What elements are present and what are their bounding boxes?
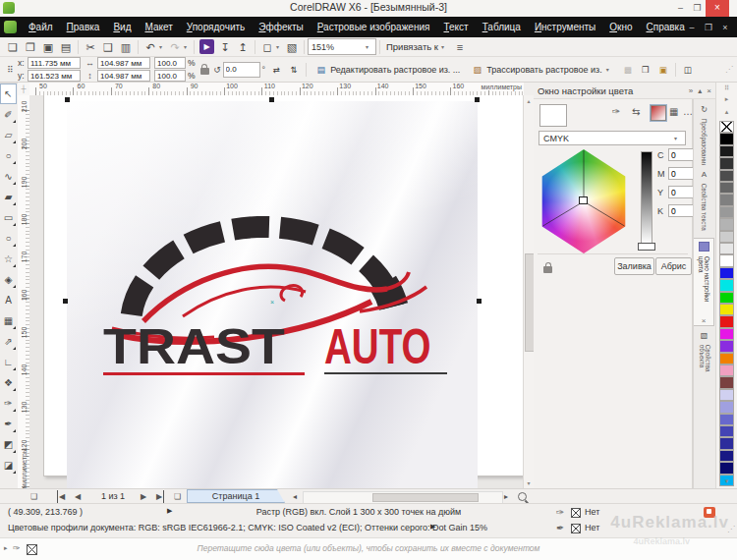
docker-close-icon[interactable]: × <box>707 86 711 95</box>
scale-x-field[interactable] <box>154 57 186 69</box>
menu-таблица[interactable]: Таблица <box>476 19 528 35</box>
selection-handle-top-center[interactable] <box>269 97 274 102</box>
next-page-icon[interactable]: ▶ <box>141 490 146 503</box>
horizontal-scroll-thumb[interactable] <box>372 493 479 502</box>
crop-tool-icon[interactable]: ▱ <box>0 125 17 145</box>
import-icon[interactable]: ↧ <box>216 38 234 56</box>
undo-dropdown-icon[interactable]: ▾ <box>159 43 166 50</box>
palette-color-000000[interactable] <box>719 133 734 144</box>
drawing-canvas[interactable]: TRAST AUTO × <box>29 95 523 488</box>
bitmap-mask-icon[interactable]: ▣ <box>654 61 672 79</box>
trace-bitmap-button[interactable]: ▨ Трассировать растровое из. ▾ <box>466 63 618 77</box>
color-model-combo[interactable]: CMYK ▾ <box>539 131 686 145</box>
docker-tab-окно-настройки-цвета[interactable]: Окно настройки цвета× <box>694 238 714 326</box>
color-marker[interactable] <box>579 196 588 204</box>
menu-текст[interactable]: Текст <box>436 19 475 35</box>
copy-icon[interactable]: ❑ <box>99 38 117 56</box>
basic-shapes-tool-icon[interactable]: ◈ <box>0 269 17 290</box>
palette-color-7a4040[interactable] <box>719 376 734 388</box>
close-button[interactable]: × <box>706 0 729 17</box>
palette-color-666666[interactable] <box>719 182 734 194</box>
resample-icon[interactable]: ▩ <box>619 61 637 79</box>
first-page-icon[interactable]: ◀ <box>57 490 65 503</box>
palette-color-4d4d4d[interactable] <box>719 170 734 182</box>
palette-handle-icon[interactable]: ⠿ <box>716 84 737 92</box>
hscroll-right-icon[interactable]: ▸ <box>504 490 508 503</box>
palette-color-00d500[interactable] <box>719 292 734 304</box>
palette-color-f08000[interactable] <box>719 353 734 364</box>
bitmap-options-icon[interactable]: ◫ <box>679 61 697 79</box>
smart-fill-tool-icon[interactable]: ▰ <box>0 187 17 207</box>
menu-правка[interactable]: Правка <box>60 19 107 35</box>
bitmap-frame-icon[interactable]: ❒ <box>637 61 654 79</box>
maximize-button[interactable]: ❐ <box>689 0 706 17</box>
object-height-field[interactable] <box>97 70 150 82</box>
outline-button[interactable]: Абрис <box>655 257 692 275</box>
palette-color-4444b4[interactable] <box>719 425 734 437</box>
welcome-screen-icon[interactable]: ▧ <box>283 38 301 56</box>
docker-tab-свойства-текста[interactable]: АСвойства текста <box>694 167 714 236</box>
selection-handle-top-right[interactable] <box>475 97 480 102</box>
fill-tool-icon[interactable]: ◩ <box>0 434 17 455</box>
corel-menu-icon[interactable] <box>4 21 17 33</box>
polygon-tool-icon[interactable]: ☆ <box>0 249 17 269</box>
rotation-angle-field[interactable] <box>223 62 260 78</box>
object-width-field[interactable] <box>97 57 150 69</box>
blend-tool-icon[interactable]: ❖ <box>0 372 17 393</box>
palette-color-1a1a1a[interactable] <box>719 145 734 157</box>
undo-icon[interactable]: ↶ <box>142 38 159 56</box>
redo-icon[interactable]: ↷ <box>166 38 184 56</box>
ellipse-tool-icon[interactable]: ○ <box>0 228 17 249</box>
zoom-magnifier-icon[interactable] <box>518 492 527 501</box>
edit-bitmap-button[interactable]: ▤ Редактировать растровое из. ... <box>310 63 466 77</box>
coords-flyout-icon[interactable]: ▶ <box>167 507 172 515</box>
palette-color-00e6e6[interactable] <box>719 279 734 291</box>
palette-scroll-up-icon[interactable]: ▴ <box>716 108 737 116</box>
open-icon[interactable]: ❐ <box>22 38 39 56</box>
fullscreen-preview-icon[interactable]: ◻ <box>258 38 276 56</box>
lightness-slider[interactable] <box>641 151 652 244</box>
outline-pen-tool-icon[interactable]: ✒ <box>0 414 17 434</box>
horizontal-ruler[interactable]: 5060708090100110120130140150160миллиметр… <box>29 83 524 96</box>
save-icon[interactable]: ▣ <box>39 38 57 56</box>
docker-more-icon[interactable]: … <box>683 106 693 117</box>
doc-minimize-button[interactable]: – <box>685 21 699 34</box>
pick-tool-icon[interactable]: ↖ <box>0 84 17 104</box>
lock-ratio-icon[interactable] <box>200 68 209 75</box>
shape-tool-icon[interactable]: ✐ <box>0 104 17 125</box>
palette-flyout-icon[interactable]: ▸ <box>716 95 737 103</box>
menu-упорядочить[interactable]: Упорядочить <box>180 19 253 35</box>
palette-color-2c2c9c[interactable] <box>719 437 734 449</box>
x-position-field[interactable] <box>28 57 81 69</box>
dimension-tool-icon[interactable]: ⇗ <box>0 331 17 352</box>
color-hexagon-picker[interactable] <box>539 149 629 253</box>
docker-tab-close-icon[interactable]: × <box>702 316 707 325</box>
palette-color-e61616[interactable] <box>719 315 734 327</box>
palette-color-8a2ce0[interactable] <box>719 340 734 352</box>
rectangle-tool-icon[interactable]: ▭ <box>0 207 17 228</box>
add-page-icon[interactable]: ❏ <box>30 490 37 503</box>
palette-color-cccccc[interactable] <box>719 231 734 243</box>
lightness-slider-handle[interactable] <box>638 243 655 251</box>
palette-color-1616e6[interactable] <box>719 267 734 279</box>
print-icon[interactable]: ▤ <box>57 38 75 56</box>
application-launcher-icon[interactable]: ▶ <box>199 39 214 54</box>
document-palette[interactable]: ▸ ✑ Перетащите сюда цвета (или объекты),… <box>0 537 737 560</box>
hscroll-left-icon[interactable]: ◂ <box>293 490 297 503</box>
toolbar-grip-icon[interactable]: ⋰ <box>725 65 733 74</box>
palette-color-e616e6[interactable] <box>719 328 734 340</box>
color-eyedropper-tool-icon[interactable]: ✑ <box>0 393 17 414</box>
palette-color-0a0a6c[interactable] <box>719 462 734 474</box>
color-viewers-icon[interactable] <box>651 105 666 121</box>
page-tab[interactable]: Страница 1 <box>187 489 285 503</box>
fullscreen-dropdown-icon[interactable]: ▾ <box>276 43 283 50</box>
freehand-tool-icon[interactable]: ∿ <box>0 166 17 187</box>
palette-scroll-down-icon[interactable]: ▾ <box>716 477 737 485</box>
palette-color-b3b3b3[interactable] <box>719 218 734 230</box>
profiles-flyout-icon[interactable]: ▶ <box>430 523 435 531</box>
new-document-icon[interactable]: ❏ <box>4 38 22 56</box>
scale-y-field[interactable] <box>154 70 186 82</box>
palette-color-a0a0e0[interactable] <box>719 401 734 413</box>
minimize-button[interactable]: – <box>672 0 689 17</box>
palette-color-f2e500[interactable] <box>719 304 734 315</box>
